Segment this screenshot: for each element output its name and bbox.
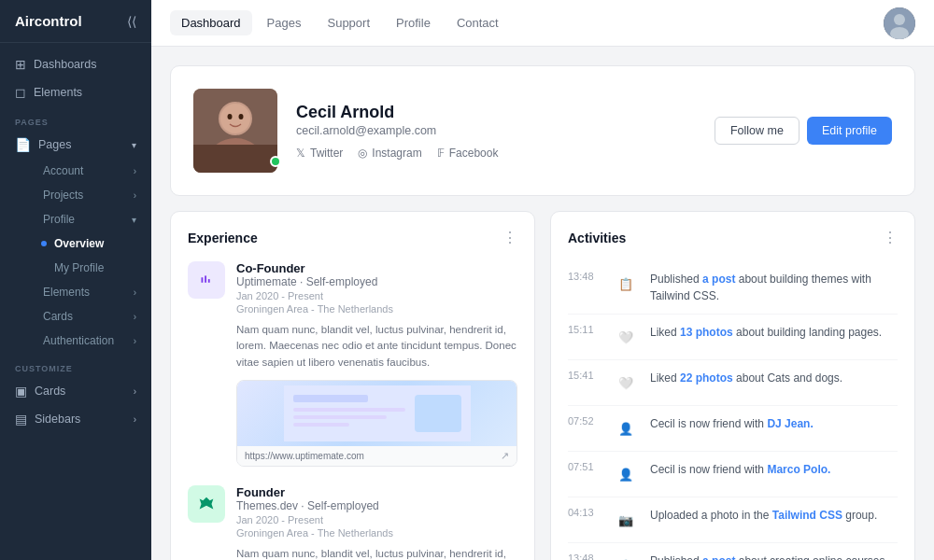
svg-rect-11 [202,277,204,283]
activity-link[interactable]: DJ Jean. [767,417,813,430]
sidebar-label-sidebars: Sidebars [35,413,80,426]
exp-date-1: Jan 2020 - Present [236,290,517,301]
exp-role-1: Co-Founder [236,261,517,275]
dot-indicator [30,217,35,222]
sidebar-item-dashboards[interactable]: ⊞ Dashboards [0,50,151,78]
activity-time: 04:13 [568,507,601,518]
heart-icon: 🤍 [613,370,639,396]
app-name: Aircontrol [15,13,82,29]
activity-link[interactable]: Marco Polo. [767,463,830,476]
active-dot-indicator [41,241,47,246]
activities-panel: Activities ⋮ 13:48 📋 Published a post ab… [550,211,915,560]
sidebar-label-projects: Projects [43,189,83,202]
topnav-item-dashboard[interactable]: Dashboard [170,10,252,35]
edit-profile-button[interactable]: Edit profile [807,117,892,145]
sidebar-label-account: Account [43,164,83,177]
sidebar-item-elements[interactable]: ◻ Elements [0,78,151,106]
exp-url-1: https://www.uptimemate.com [245,451,364,461]
sidebar-subitem-authentication[interactable]: Authentication › [0,329,151,353]
exp-location-1: Groningen Area - The Netherlands [236,303,517,315]
doc-icon: 📋 [613,271,639,297]
activity-text: Published a post about creating online c… [650,553,888,560]
svg-rect-16 [293,408,405,412]
sidebar-subitem-projects[interactable]: Projects › [0,183,151,207]
top-navigation: Dashboard Pages Support Profile Contact [151,0,934,47]
activities-more-button[interactable]: ⋮ [883,229,898,246]
topnav-items: Dashboard Pages Support Profile Contact [170,10,884,35]
chevron-right-icon: › [134,386,136,397]
chevron-right-icon: › [134,166,136,176]
activity-item: 13:48 📋 Published a post about creating … [568,543,898,560]
activity-link[interactable]: a post [702,554,735,560]
profile-info: Cecil Arnold cecil.arnold@example.com 𝕏 … [296,103,696,160]
sidebar-nav: ⊞ Dashboards ◻ Elements PAGES 📄 Pages ▾ … [0,43,151,560]
activity-link[interactable]: a post [702,273,735,286]
sidebar-subitem-overview[interactable]: Overview [0,231,151,256]
sidebar-label-authentication: Authentication [43,334,114,347]
activity-link[interactable]: 22 photos [680,371,733,385]
topnav-item-pages[interactable]: Pages [256,10,313,35]
twitter-icon: 𝕏 [296,147,305,160]
sidebar-subitem-profile[interactable]: Profile ▾ [0,207,151,231]
social-link-twitter[interactable]: 𝕏 Twitter [296,147,343,160]
activities-title: Activities [568,231,626,245]
svg-rect-6 [193,145,277,173]
activity-item: 07:51 👤 Cecil is now friend with Marco P… [568,452,898,497]
svg-point-8 [228,114,233,119]
exp-external-link-icon[interactable]: ↗ [501,450,509,462]
photo-icon: 📷 [613,507,639,533]
sidebar-item-sidebars[interactable]: ▤ Sidebars › [0,405,151,433]
sidebar-subitem-cards[interactable]: Cards › [0,304,151,329]
sidebar-label-dashboards: Dashboards [34,58,96,71]
exp-date-2: Jan 2020 - Present [236,514,517,525]
sidebar-collapse-button[interactable]: ⟨⟨ [127,14,136,29]
activity-text: Uploaded a photo in the Tailwind CSS gro… [650,507,877,524]
sidebar-label-overview: Overview [54,237,104,250]
sidebar-item-pages[interactable]: 📄 Pages ▾ [0,131,151,159]
topnav-item-support[interactable]: Support [316,10,381,35]
topnav-item-contact[interactable]: Contact [446,10,510,35]
chevron-right-icon: › [134,287,136,298]
sidebar-label-profile: Profile [43,213,75,226]
activity-text: Liked 13 photos about building landing p… [650,324,882,341]
activity-link[interactable]: Tailwind CSS [772,509,842,522]
heart-icon: 🤍 [613,324,639,350]
user-avatar[interactable] [884,7,915,39]
dot-indicator [30,168,35,174]
activity-time: 13:48 [568,271,601,282]
activity-link[interactable]: 13 photos [680,326,733,339]
svg-rect-19 [415,395,461,432]
activity-text: Liked 22 photos about Cats and dogs. [650,370,842,386]
sidebar-subitem-account[interactable]: Account › [0,159,151,183]
exp-location-2: Groningen Area - The Netherlands [236,527,517,539]
activity-item: 07:52 👤 Cecil is now friend with DJ Jean… [568,406,898,452]
sidebar-item-cards[interactable]: ▣ Cards › [0,377,151,405]
sidebar-subitem-elements[interactable]: Elements › [0,280,151,304]
topnav-item-profile[interactable]: Profile [385,10,442,35]
experience-item: Co-Founder Uptimemate · Self-employed Ja… [188,261,517,467]
experience-item: Founder Themes.dev · Self-employed Jan 2… [188,485,517,560]
sidebar-subitem-my-profile[interactable]: My Profile [0,256,151,280]
facebook-label: Facebook [449,147,499,160]
follow-button[interactable]: Follow me [715,117,800,145]
experience-panel: Experience ⋮ Co-Founder [170,211,535,560]
dot-indicator [30,289,35,295]
chevron-right-icon: › [134,312,136,322]
instagram-icon: ◎ [358,147,367,160]
doc-icon: 📋 [613,553,639,560]
pages-icon: 📄 [15,137,31,152]
sidebar-label-elements2: Elements [43,286,90,299]
exp-details-1: Co-Founder Uptimemate · Self-employed Ja… [236,261,517,467]
experience-more-button[interactable]: ⋮ [502,229,517,246]
profile-name: Cecil Arnold [296,103,696,122]
svg-point-7 [220,104,250,133]
social-link-instagram[interactable]: ◎ Instagram [358,147,421,160]
social-link-facebook[interactable]: 𝔽 Facebook [437,147,499,160]
twitter-label: Twitter [310,147,343,160]
person-icon: 👤 [613,461,639,487]
main-content: Dashboard Pages Support Profile Contact [151,0,934,560]
sidebar-label-cards: Cards [43,310,73,323]
profile-card: Cecil Arnold cecil.arnold@example.com 𝕏 … [170,65,915,196]
sidebar-logo: Aircontrol ⟨⟨ [0,0,151,43]
dot-indicator [41,265,47,271]
